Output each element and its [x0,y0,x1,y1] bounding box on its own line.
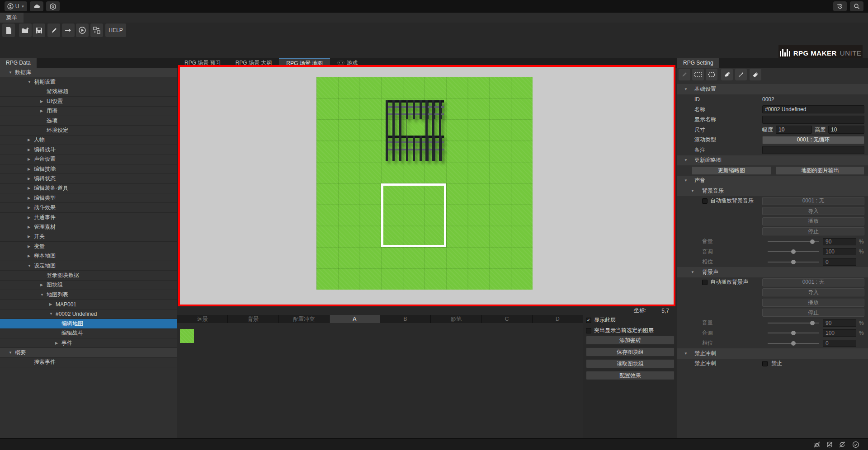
tree-item-搜索事件[interactable]: 搜索事件 [0,358,177,367]
button-导入[interactable]: 导入 [762,288,864,296]
slider-value-input[interactable]: 90 [823,319,856,327]
dropdown-滚动类型[interactable]: 0001 : 无循环 [762,136,864,144]
layer-tab-背景[interactable]: 背景 [228,315,278,323]
foldout-expanded-icon[interactable]: ▼ [684,158,688,162]
map-canvas[interactable] [316,77,533,290]
tree-item-开关[interactable]: ▶开关 [0,232,177,242]
tree-item-编辑技能[interactable]: ▶编辑技能 [0,164,177,174]
tree-item-概要[interactable]: ▼概要 [0,348,177,357]
tree-item-图块组[interactable]: ▶图块组 [0,281,177,290]
rect-select-tool-button[interactable] [692,69,704,80]
text-input-显示名称[interactable] [762,116,864,124]
slider-knob[interactable] [791,260,796,264]
history-button[interactable] [833,1,847,11]
foldout-expanded-icon[interactable]: ▼ [684,352,688,356]
tab-rpg-data[interactable]: RPG Data [0,58,37,68]
tree-item-编辑战斗[interactable]: 编辑战斗 [0,329,177,338]
slider-track-相位[interactable] [768,343,819,344]
tree-foldout-icon[interactable]: ▶ [28,157,34,161]
button-播放[interactable]: 播放 [762,299,864,307]
tree-item-数据库[interactable]: ▼数据库 [0,68,177,77]
status-ok-icon[interactable] [852,441,860,449]
tree-foldout-icon[interactable]: ▼ [9,351,15,355]
tree-item-声音设置[interactable]: ▶声音设置 [0,155,177,164]
tree-foldout-icon[interactable]: ▶ [28,167,34,171]
checkbox-checked-icon[interactable]: ✓ [586,318,591,323]
dropdown-自动播放背景声[interactable]: 0001 : 无 [762,278,864,286]
tree-item-登录图块数据[interactable]: 登录图块数据 [0,271,177,280]
tree-foldout-icon[interactable]: ▶ [55,341,61,345]
tree-foldout-icon[interactable]: ▶ [28,196,34,200]
foldout-expanded-icon[interactable]: ▼ [684,178,688,183]
tree-foldout-icon[interactable]: ▼ [28,80,34,84]
tree-foldout-icon[interactable]: ▶ [28,244,34,248]
tree-item-设定地图[interactable]: ▼设定地图 [0,261,177,271]
tree-item-编辑战斗[interactable]: ▶编辑战斗 [0,145,177,155]
tree-item-管理素材[interactable]: ▶管理素材 [0,222,177,232]
slider-track-音量[interactable] [768,323,819,323]
layer-tab-配置冲突[interactable]: 配置冲突 [279,315,330,323]
checkbox-unchecked-icon[interactable] [762,361,768,366]
tree-item-选项[interactable]: 选项 [0,116,177,126]
tree-item-编辑地图[interactable]: 编辑地图 [0,319,177,328]
tree-item-地图列表[interactable]: ▼地图列表 [0,290,177,300]
tree-item-事件[interactable]: ▶事件 [0,338,177,348]
play-button[interactable] [76,23,89,37]
layer-option-显示此层[interactable]: ✓显示此层 [586,315,675,325]
tile-palette[interactable] [177,323,583,450]
brush-tool-button[interactable] [735,69,747,80]
button-更新缩略图[interactable]: 更新缩略图 [692,166,771,175]
slider-track-音调[interactable] [768,333,819,333]
slider-value-input[interactable]: 100 [823,329,856,337]
bug-disabled-icon[interactable] [813,441,821,449]
slider-knob[interactable] [810,321,815,325]
new-file-button[interactable] [2,23,15,37]
ellipse-select-tool-button[interactable] [706,69,717,80]
tree-item-战斗效果[interactable]: ▶战斗效果 [0,203,177,212]
save-button[interactable] [33,23,45,37]
palette-button-读取图块组[interactable]: 读取图块组 [586,359,675,368]
slider-value-input[interactable]: 0 [823,258,856,266]
foldout-expanded-icon[interactable]: ▼ [691,189,694,193]
tree-foldout-icon[interactable]: ▼ [49,312,56,316]
width-input[interactable]: 10 [776,126,812,134]
tree-item-编辑状态[interactable]: ▶编辑状态 [0,174,177,183]
tree-item-MAP001[interactable]: ▶MAP001 [0,300,177,309]
tree-foldout-icon[interactable]: ▶ [40,99,47,103]
eraser-tool-button[interactable] [750,69,761,80]
tree-foldout-icon[interactable]: ▶ [28,216,34,220]
layout-button[interactable] [90,23,103,37]
tree-foldout-icon[interactable]: ▼ [9,70,15,75]
button-停止[interactable]: 停止 [762,227,864,235]
tree-foldout-icon[interactable]: ▶ [28,254,34,258]
layer-tab-A[interactable]: A [330,315,380,323]
slider-knob[interactable] [791,331,796,335]
map-viewport[interactable] [178,65,675,306]
tree-foldout-icon[interactable]: ▶ [28,186,34,190]
dropdown-自动播放背景音乐[interactable]: 0001 : 无 [762,197,864,205]
button-导入[interactable]: 导入 [762,207,864,215]
foldout-expanded-icon[interactable]: ▼ [684,87,688,91]
menu-tab[interactable]: 菜单 [0,13,24,23]
grass-tile-swatch[interactable] [180,329,194,343]
button-地图的图片输出[interactable]: 地图的图片输出 [776,166,864,175]
tree-foldout-icon[interactable]: ▶ [28,177,34,181]
refresh-disabled-icon[interactable] [838,441,846,449]
foldout-expanded-icon[interactable]: ▼ [691,270,694,274]
tree-item-人物[interactable]: ▶人物 [0,136,177,145]
layer-tab-影笔[interactable]: 影笔 [431,315,481,323]
layer-tab-D[interactable]: D [533,315,583,323]
layer-tab-B[interactable]: B [380,315,431,323]
tree-foldout-icon[interactable]: ▶ [28,138,34,142]
slider-knob[interactable] [791,341,796,346]
tree-item-UI设置[interactable]: ▶UI设置 [0,97,177,106]
pencil-tool-button[interactable] [679,69,690,80]
checkbox-unchecked-icon[interactable] [586,328,591,333]
help-button[interactable]: HELP [105,23,126,37]
slider-value-input[interactable]: 100 [823,248,856,255]
tree-item-游戏标题[interactable]: 游戏标题 [0,87,177,97]
tree-item-编辑类型[interactable]: ▶编辑类型 [0,193,177,203]
palette-button-保存图块组[interactable]: 保存图块组 [586,347,675,356]
slider-knob[interactable] [791,249,796,254]
tree-item-#0002 Undefined[interactable]: ▼#0002 Undefined [0,309,177,319]
